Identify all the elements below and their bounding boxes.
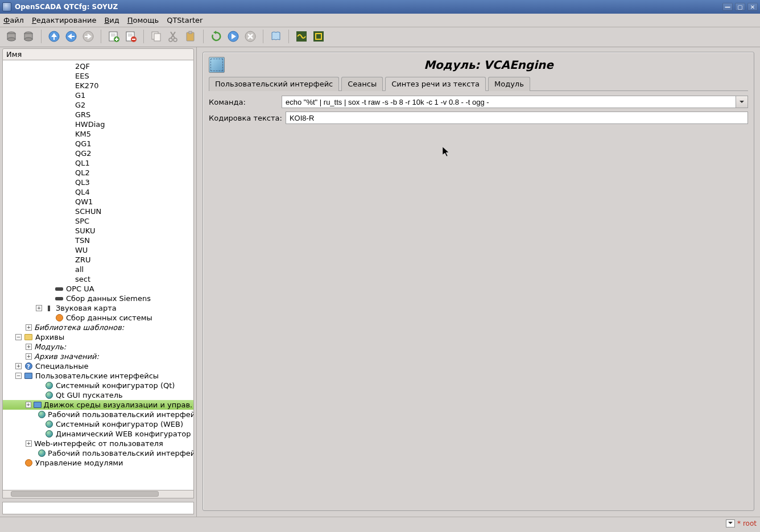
tree-filter-input[interactable] bbox=[2, 502, 194, 514]
paste-icon[interactable] bbox=[183, 28, 199, 44]
tree-item-label: SCHUN bbox=[75, 207, 101, 216]
tree-leaf[interactable]: TSN bbox=[3, 236, 193, 245]
tree-leaf[interactable]: QW1 bbox=[3, 197, 193, 207]
tree-expander bbox=[67, 247, 73, 253]
tab-module[interactable]: Модуль bbox=[488, 77, 530, 91]
copy-icon[interactable] bbox=[148, 28, 164, 44]
tree-special[interactable]: +?Специальные bbox=[3, 361, 193, 371]
tree-expander[interactable]: − bbox=[15, 373, 22, 379]
tree-expander[interactable]: + bbox=[26, 402, 31, 408]
tree-ui-vcaengine[interactable]: +Движок среды визуализации и управ. bbox=[3, 400, 193, 410]
tree-leaf[interactable]: G2 bbox=[3, 100, 193, 110]
tree-leaf[interactable]: WU bbox=[3, 245, 193, 255]
tree-leaf[interactable]: SCHUN bbox=[3, 207, 193, 216]
tree-expander[interactable]: + bbox=[26, 324, 32, 331]
close-button[interactable]: ✕ bbox=[747, 3, 758, 11]
command-dropdown-button[interactable] bbox=[736, 96, 748, 108]
tree-template-lib[interactable]: +Библиотека шаблонов: bbox=[3, 323, 193, 332]
item-del-icon[interactable] bbox=[123, 28, 139, 44]
tree-item-label: Рабочий пользовательский интерфей bbox=[48, 449, 193, 457]
tree-leaf[interactable]: all bbox=[3, 265, 193, 274]
tree-expander[interactable]: + bbox=[26, 353, 32, 360]
menu-view[interactable]: Вид bbox=[104, 16, 119, 24]
tree-ui-webui[interactable]: Рабочий пользовательский интерфей bbox=[3, 410, 193, 419]
tree-ui-webuser[interactable]: +Web-интерфейс от пользователя bbox=[3, 439, 193, 448]
tree-leaf[interactable]: QL4 bbox=[3, 187, 193, 197]
tree-archive-module[interactable]: +Модуль: bbox=[3, 342, 193, 352]
command-input[interactable] bbox=[282, 96, 736, 108]
ext-tool2-icon[interactable] bbox=[311, 28, 327, 44]
navigation-tree[interactable]: 2QFEESEK270G1G2GRSHWDiagKM5QG1QG2QL1QL2Q… bbox=[3, 60, 193, 490]
nav-up-icon[interactable] bbox=[46, 28, 62, 44]
tree-expander[interactable]: − bbox=[15, 334, 22, 340]
tree-item-label: SPC bbox=[75, 217, 89, 225]
menu-help[interactable]: Помощь bbox=[127, 16, 159, 24]
statusbar: * root bbox=[0, 517, 760, 529]
tab-bar: Пользовательский интерфейс Сеансы Синтез… bbox=[209, 76, 748, 91]
tab-sessions[interactable]: Сеансы bbox=[341, 77, 383, 91]
tree-horizontal-scrollbar[interactable] bbox=[2, 490, 194, 498]
ext-tool1-icon[interactable] bbox=[294, 28, 309, 44]
nav-forward-icon[interactable] bbox=[80, 28, 96, 44]
tree-leaf[interactable]: QG2 bbox=[3, 149, 193, 158]
tree-column-header[interactable]: Имя bbox=[2, 48, 194, 60]
tree-ui-qtcfg[interactable]: Системный конфигуратор (Qt) bbox=[3, 381, 193, 390]
tree-leaf[interactable]: G1 bbox=[3, 90, 193, 100]
run-icon[interactable] bbox=[225, 28, 241, 44]
tree-leaf[interactable]: EK270 bbox=[3, 81, 193, 90]
tree-modsched[interactable]: Управление модулями bbox=[3, 458, 193, 468]
tree-expander[interactable]: + bbox=[15, 363, 22, 369]
tree-leaf[interactable]: EES bbox=[3, 71, 193, 81]
nav-back-icon[interactable] bbox=[63, 28, 79, 44]
tree-leaf[interactable]: QL3 bbox=[3, 178, 193, 187]
item-add-icon[interactable] bbox=[106, 28, 122, 44]
tree-leaf[interactable]: 2QF bbox=[3, 61, 193, 71]
tree-archive-values[interactable]: +Архив значений: bbox=[3, 352, 193, 361]
encoding-input[interactable] bbox=[286, 112, 748, 124]
tree-expander bbox=[36, 421, 42, 427]
tree-leaf[interactable]: QL2 bbox=[3, 168, 193, 178]
tree-expander[interactable]: + bbox=[26, 344, 32, 350]
tree-ui-webdyn[interactable]: Динамический WEB конфигуратор bbox=[3, 429, 193, 439]
tree-leaf[interactable]: HWDiag bbox=[3, 119, 193, 129]
tree-item-label: Модуль: bbox=[34, 343, 66, 351]
tree-leaf[interactable]: ZRU bbox=[3, 255, 193, 265]
tree-ui-webcfg[interactable]: Системный конфигуратор (WEB) bbox=[3, 419, 193, 429]
svg-rect-22 bbox=[189, 31, 192, 34]
tree-leaf[interactable]: sect bbox=[3, 274, 193, 284]
tree-siemens[interactable]: Сбор данных Siemens bbox=[3, 294, 193, 303]
tree-leaf[interactable]: QL1 bbox=[3, 158, 193, 168]
tree-ui-qtstarter[interactable]: Qt GUI пускатель bbox=[3, 390, 193, 400]
tree-expander bbox=[67, 208, 73, 215]
manual-icon[interactable] bbox=[268, 28, 284, 44]
tree-sound[interactable]: +Звуковая карта bbox=[3, 303, 193, 313]
minimize-button[interactable]: — bbox=[722, 3, 733, 11]
tree-expander[interactable]: + bbox=[36, 305, 42, 311]
tab-tts[interactable]: Синтез речи из текста bbox=[385, 77, 486, 91]
stop-icon[interactable] bbox=[242, 28, 258, 44]
command-combo[interactable] bbox=[282, 96, 748, 108]
menu-edit[interactable]: Редактирование bbox=[32, 16, 96, 24]
menu-qtstarter[interactable]: QTStarter bbox=[167, 16, 203, 24]
tree-leaf[interactable]: SUKU bbox=[3, 226, 193, 236]
tab-user-interface[interactable]: Пользовательский интерфейс bbox=[209, 77, 339, 91]
tree-archives[interactable]: −Архивы bbox=[3, 332, 193, 342]
ui-icon bbox=[24, 372, 33, 381]
tree-leaf[interactable]: SPC bbox=[3, 216, 193, 226]
cut-icon[interactable] bbox=[166, 28, 181, 44]
tree-item-label: G2 bbox=[75, 101, 85, 109]
refresh-icon[interactable] bbox=[208, 28, 224, 44]
tree-expander[interactable]: + bbox=[26, 440, 32, 447]
tree-leaf[interactable]: QG1 bbox=[3, 139, 193, 149]
db-save-icon[interactable] bbox=[20, 28, 36, 44]
tree-opcua[interactable]: OPC UA bbox=[3, 284, 193, 294]
status-indicator[interactable] bbox=[726, 519, 735, 527]
tree-leaf[interactable]: KM5 bbox=[3, 129, 193, 139]
tree-sysdata[interactable]: Сбор данных системы bbox=[3, 313, 193, 323]
menu-file[interactable]: Файл bbox=[3, 16, 24, 24]
maximize-button[interactable]: ▢ bbox=[735, 3, 745, 11]
tree-leaf[interactable]: GRS bbox=[3, 110, 193, 119]
tree-user-interfaces[interactable]: −Пользовательские интерфейсы bbox=[3, 371, 193, 381]
tree-ui-webvision[interactable]: Рабочий пользовательский интерфей bbox=[3, 448, 193, 458]
db-load-icon[interactable] bbox=[3, 28, 19, 44]
